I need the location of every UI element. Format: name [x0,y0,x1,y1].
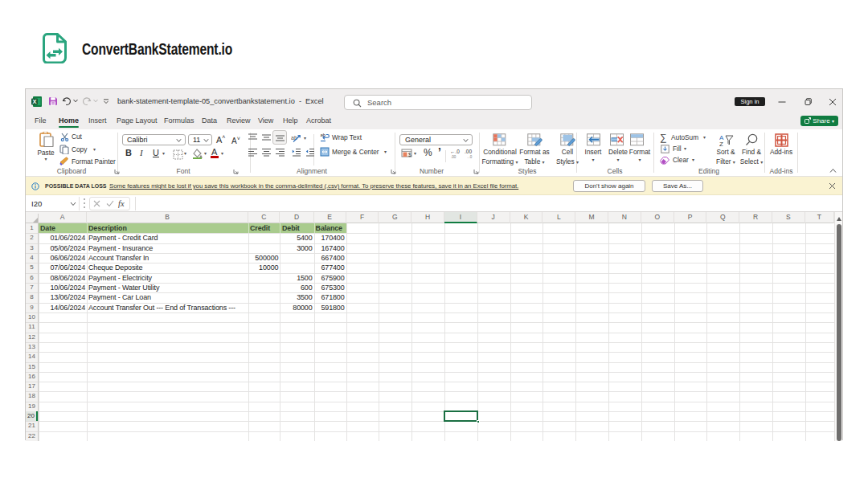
svg-text:Z: Z [719,141,723,147]
svg-text:.00: .00 [451,155,457,159]
svg-text:ab: ab [321,133,326,137]
svg-text:$: $ [408,152,411,157]
svg-text:←.0: ←.0 [450,149,460,154]
svg-text:X: X [32,98,36,105]
svg-text:ab: ab [291,135,297,141]
